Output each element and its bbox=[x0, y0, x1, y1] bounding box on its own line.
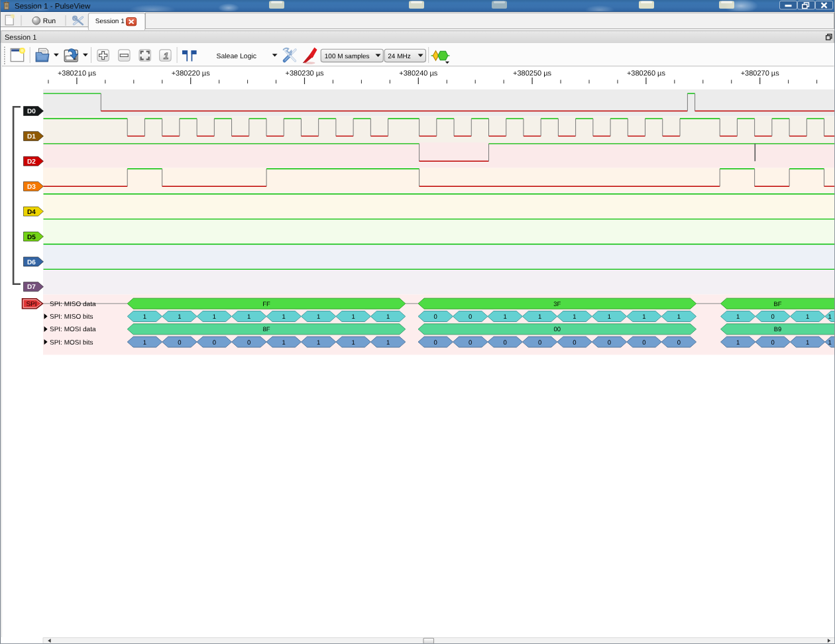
svg-text:0: 0 bbox=[503, 339, 506, 347]
svg-text:0: 0 bbox=[573, 339, 576, 347]
svg-text:0: 0 bbox=[213, 339, 216, 347]
svg-text:00: 00 bbox=[554, 326, 561, 333]
svg-text:D5: D5 bbox=[27, 234, 36, 241]
svg-text:1: 1 bbox=[351, 313, 355, 321]
svg-text:1: 1 bbox=[143, 339, 146, 347]
svg-text:0: 0 bbox=[677, 339, 681, 347]
svg-text:1: 1 bbox=[386, 313, 390, 321]
svg-text:0: 0 bbox=[469, 339, 472, 347]
svg-text:SPI: MISO data: SPI: MISO data bbox=[50, 301, 96, 308]
svg-text:1: 1 bbox=[178, 313, 181, 321]
svg-text:1: 1 bbox=[213, 313, 216, 321]
svg-text:1: 1 bbox=[386, 339, 390, 347]
svg-text:SPI: MOSI data: SPI: MOSI data bbox=[50, 326, 96, 333]
svg-text:100 M samples: 100 M samples bbox=[325, 53, 370, 60]
svg-text:+380240 µs: +380240 µs bbox=[399, 70, 438, 78]
svg-text:FF: FF bbox=[262, 301, 270, 308]
svg-text:D3: D3 bbox=[27, 184, 36, 191]
svg-text:1: 1 bbox=[573, 313, 576, 321]
svg-text:1: 1 bbox=[282, 313, 286, 321]
svg-text:1: 1 bbox=[642, 313, 645, 321]
svg-text:1: 1 bbox=[736, 339, 740, 347]
svg-text:D4: D4 bbox=[27, 209, 36, 216]
svg-text:1: 1 bbox=[538, 313, 541, 321]
svg-text:1: 1 bbox=[806, 313, 809, 321]
svg-text:1: 1 bbox=[143, 313, 146, 321]
svg-text:+380260 µs: +380260 µs bbox=[627, 70, 666, 78]
svg-text:1: 1 bbox=[164, 51, 169, 61]
svg-text:3F: 3F bbox=[553, 301, 561, 308]
svg-text:1: 1 bbox=[351, 339, 355, 347]
svg-text:Session 1: Session 1 bbox=[95, 18, 125, 25]
svg-text:1: 1 bbox=[317, 339, 320, 347]
svg-text:0: 0 bbox=[608, 339, 611, 347]
svg-text:1: 1 bbox=[677, 313, 681, 321]
svg-text:1: 1 bbox=[247, 313, 250, 321]
svg-text:24 MHz: 24 MHz bbox=[388, 53, 410, 60]
svg-text:+380250 µs: +380250 µs bbox=[513, 70, 552, 78]
svg-text:0: 0 bbox=[642, 339, 645, 347]
svg-text:D6: D6 bbox=[27, 259, 36, 266]
svg-text:B9: B9 bbox=[774, 326, 782, 333]
svg-text:0: 0 bbox=[771, 313, 775, 321]
svg-text:1: 1 bbox=[806, 339, 809, 347]
svg-text:Session 1 - PulseView: Session 1 - PulseView bbox=[15, 3, 91, 11]
svg-text:Run: Run bbox=[43, 17, 56, 25]
svg-text:+380210 µs: +380210 µs bbox=[58, 70, 97, 78]
svg-text:1: 1 bbox=[317, 313, 320, 321]
svg-text:0: 0 bbox=[538, 339, 541, 347]
svg-text:0: 0 bbox=[434, 339, 437, 347]
svg-text:0: 0 bbox=[178, 339, 181, 347]
svg-text:1: 1 bbox=[608, 313, 611, 321]
svg-text:D0: D0 bbox=[27, 108, 36, 115]
svg-text:D2: D2 bbox=[27, 158, 36, 166]
svg-text:D7: D7 bbox=[27, 284, 36, 291]
svg-text:1: 1 bbox=[828, 313, 832, 321]
svg-text:1: 1 bbox=[282, 339, 286, 347]
svg-text:Saleae Logic: Saleae Logic bbox=[216, 52, 256, 60]
svg-text:+380230 µs: +380230 µs bbox=[285, 70, 324, 78]
svg-text:SPI: SPI bbox=[26, 301, 36, 308]
svg-text:1: 1 bbox=[828, 339, 832, 347]
svg-text:0: 0 bbox=[434, 313, 437, 321]
svg-text:BF: BF bbox=[773, 301, 781, 308]
svg-text:1: 1 bbox=[503, 313, 506, 321]
svg-text:8F: 8F bbox=[262, 326, 270, 333]
svg-text:+380270 µs: +380270 µs bbox=[741, 70, 780, 78]
svg-text:0: 0 bbox=[247, 339, 250, 347]
svg-text:Session 1: Session 1 bbox=[5, 34, 36, 42]
svg-text:D1: D1 bbox=[27, 133, 36, 140]
svg-text:SPI: MOSI bits: SPI: MOSI bits bbox=[50, 339, 93, 347]
svg-text:0: 0 bbox=[771, 339, 775, 347]
svg-text:1: 1 bbox=[736, 313, 740, 321]
svg-text:SPI: MISO bits: SPI: MISO bits bbox=[50, 313, 93, 321]
svg-text:0: 0 bbox=[469, 313, 472, 321]
svg-text:+380220 µs: +380220 µs bbox=[172, 70, 211, 78]
